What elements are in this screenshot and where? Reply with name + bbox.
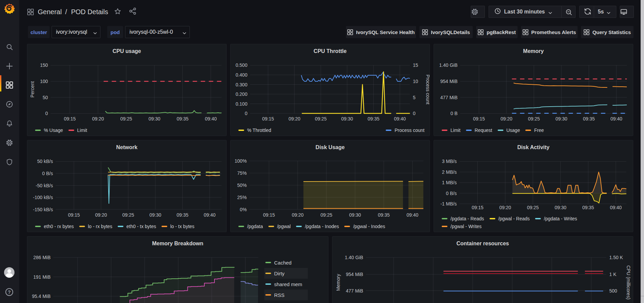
svg-text:0%: 0% [240, 207, 246, 212]
svg-text:-1 MB/s: -1 MB/s [440, 201, 457, 206]
svg-text:09:30: 09:30 [149, 212, 161, 218]
svg-text:0 B: 0 B [450, 111, 458, 116]
svg-text:Memory: Memory [335, 274, 341, 291]
svg-text:Process count: Process count [425, 75, 430, 105]
svg-text:5: 5 [413, 95, 416, 100]
svg-text:1.40 GiB: 1.40 GiB [439, 62, 458, 68]
svg-text:09:30: 09:30 [349, 212, 361, 218]
svg-text:09:30: 09:30 [148, 116, 160, 121]
svg-text:50%: 50% [237, 183, 247, 188]
svg-text:-150 kB/s: -150 kB/s [33, 207, 53, 212]
svg-text:09:40: 09:40 [205, 116, 217, 121]
svg-text:0: 0 [413, 111, 416, 116]
svg-text:25%: 25% [237, 195, 247, 200]
svg-text:1 MB/s: 1 MB/s [442, 180, 457, 185]
svg-text:50: 50 [42, 95, 48, 100]
svg-text:-50 kB/s: -50 kB/s [36, 183, 53, 188]
svg-text:09:15: 09:15 [262, 116, 274, 121]
svg-text:15: 15 [413, 62, 418, 68]
svg-text:09:35: 09:35 [177, 212, 188, 218]
svg-text:2 MB/s: 2 MB/s [442, 169, 457, 175]
svg-text:100: 100 [40, 79, 48, 84]
svg-text:50 kB/s: 50 kB/s [37, 159, 53, 164]
svg-text:09:15: 09:15 [263, 212, 275, 218]
svg-text:0.400: 0.400 [236, 72, 247, 78]
svg-text:0.300: 0.300 [236, 82, 247, 87]
svg-text:500: 500 [609, 288, 617, 294]
svg-text:954 MiB: 954 MiB [346, 272, 363, 277]
svg-text:0.200: 0.200 [236, 91, 247, 97]
svg-text:09:40: 09:40 [204, 212, 215, 218]
svg-text:0: 0 [45, 111, 48, 116]
svg-text:09:20: 09:20 [95, 212, 107, 218]
svg-text:09:40: 09:40 [407, 212, 418, 218]
svg-text:95.4 MiB: 95.4 MiB [32, 294, 51, 299]
svg-text:150: 150 [40, 62, 48, 68]
svg-text:09:20: 09:20 [92, 116, 104, 121]
svg-text:191 MiB: 191 MiB [33, 274, 51, 280]
svg-text:09:40: 09:40 [610, 116, 622, 121]
svg-text:09:15: 09:15 [472, 205, 484, 210]
svg-text:477 MiB: 477 MiB [440, 95, 458, 100]
svg-text:0 B/s: 0 B/s [446, 191, 457, 196]
svg-text:0.500: 0.500 [236, 62, 247, 68]
svg-text:09:30: 09:30 [555, 205, 566, 210]
svg-text:09:35: 09:35 [583, 116, 595, 121]
svg-text:1.40 GiB: 1.40 GiB [345, 255, 363, 260]
svg-text:3 MB/s: 3 MB/s [442, 159, 457, 164]
svg-text:1.50 K: 1.50 K [609, 255, 623, 260]
svg-text:-100 kB/s: -100 kB/s [33, 195, 53, 200]
svg-text:09:25: 09:25 [527, 205, 539, 210]
svg-text:09:30: 09:30 [341, 116, 353, 121]
svg-text:09:35: 09:35 [368, 116, 379, 121]
svg-text:CPU (millicores): CPU (millicores) [626, 265, 631, 299]
svg-text:?: ? [8, 290, 11, 295]
svg-text:0.100: 0.100 [236, 101, 247, 107]
svg-text:1 K: 1 K [609, 272, 617, 277]
svg-text:09:30: 09:30 [555, 116, 567, 121]
svg-text:09:15: 09:15 [473, 116, 485, 121]
svg-text:954 MiB: 954 MiB [440, 79, 458, 84]
svg-text:09:40: 09:40 [610, 205, 622, 210]
svg-text:09:25: 09:25 [528, 116, 540, 121]
svg-text:09:20: 09:20 [500, 116, 512, 121]
svg-text:0: 0 [245, 111, 247, 116]
svg-text:286 MiB: 286 MiB [33, 255, 51, 260]
svg-text:09:20: 09:20 [292, 212, 303, 218]
svg-text:Percent: Percent [30, 81, 35, 98]
svg-text:09:25: 09:25 [315, 116, 327, 121]
svg-text:09:35: 09:35 [177, 116, 188, 121]
svg-text:10: 10 [413, 79, 418, 84]
svg-text:100%: 100% [235, 158, 247, 164]
svg-text:09:25: 09:25 [120, 116, 132, 121]
svg-text:09:40: 09:40 [394, 116, 406, 121]
svg-text:09:35: 09:35 [378, 212, 390, 218]
svg-text:75%: 75% [237, 170, 247, 176]
svg-text:09:35: 09:35 [582, 205, 594, 210]
svg-text:0 B/s: 0 B/s [42, 171, 53, 176]
svg-text:477 MiB: 477 MiB [346, 288, 363, 294]
svg-text:09:15: 09:15 [68, 212, 80, 218]
svg-text:09:15: 09:15 [64, 116, 76, 121]
svg-text:09:20: 09:20 [499, 205, 511, 210]
svg-text:09:20: 09:20 [289, 116, 300, 121]
svg-text:09:25: 09:25 [122, 212, 134, 218]
svg-text:09:25: 09:25 [320, 212, 332, 218]
